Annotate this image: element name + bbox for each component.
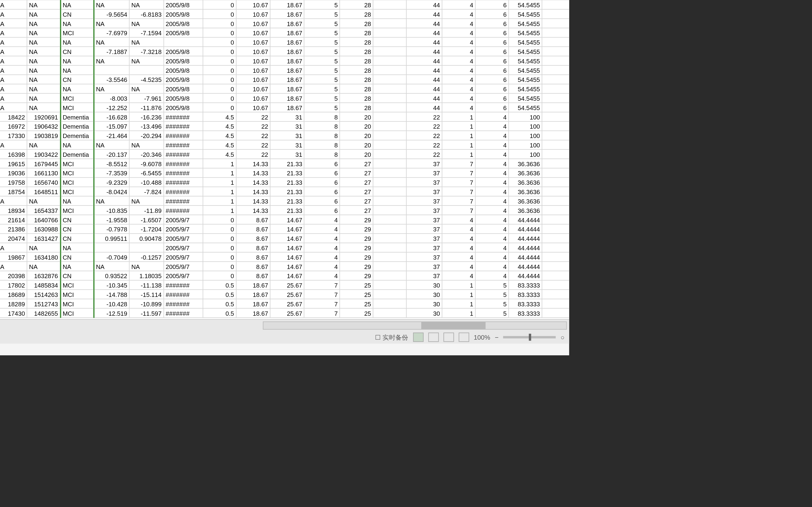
- data-cell[interactable]: 37: [406, 187, 442, 196]
- data-cell[interactable]: 0: [203, 94, 236, 103]
- data-cell[interactable]: [373, 150, 406, 159]
- data-cell[interactable]: 54.5455: [509, 103, 542, 112]
- data-cell[interactable]: 37: [406, 159, 442, 168]
- data-cell[interactable]: [94, 243, 130, 252]
- data-cell[interactable]: 12: [542, 252, 569, 262]
- data-cell[interactable]: 14.33: [236, 206, 270, 215]
- data-cell[interactable]: #######: [163, 112, 203, 122]
- data-cell[interactable]: 2005/9/8: [163, 65, 203, 75]
- data-cell[interactable]: -20.137: [94, 150, 130, 159]
- data-cell[interactable]: [373, 28, 406, 37]
- data-cell[interactable]: 25.67: [270, 308, 304, 318]
- data-cell[interactable]: 4: [442, 262, 475, 271]
- data-cell[interactable]: 44: [406, 65, 442, 75]
- data-cell[interactable]: 4: [475, 206, 509, 215]
- data-cell[interactable]: NA: [94, 0, 130, 9]
- data-cell[interactable]: 22: [236, 131, 270, 140]
- data-cell[interactable]: 54.5455: [509, 84, 542, 94]
- data-cell[interactable]: 18934: [0, 206, 27, 215]
- data-cell[interactable]: 14.67: [270, 233, 304, 243]
- data-cell[interactable]: -10.345: [94, 280, 130, 290]
- data-cell[interactable]: MCI: [60, 308, 94, 318]
- data-cell[interactable]: 29: [340, 215, 373, 224]
- data-cell[interactable]: 100: [509, 140, 542, 150]
- data-cell[interactable]: 18.67: [270, 84, 304, 94]
- data-cell[interactable]: 10.67: [236, 103, 270, 112]
- data-cell[interactable]: NA: [60, 84, 94, 94]
- data-cell[interactable]: NA: [129, 18, 163, 28]
- data-cell[interactable]: 1: [203, 159, 236, 168]
- data-cell[interactable]: 4: [542, 187, 569, 196]
- data-cell[interactable]: -15.097: [94, 121, 130, 131]
- data-cell[interactable]: -7.6979: [94, 28, 130, 37]
- data-cell[interactable]: 4: [442, 9, 475, 19]
- data-cell[interactable]: 44: [406, 9, 442, 19]
- data-cell[interactable]: 10: [542, 56, 569, 65]
- data-cell[interactable]: 12: [542, 271, 569, 280]
- data-cell[interactable]: 54.5455: [509, 18, 542, 28]
- data-cell[interactable]: 5: [304, 103, 340, 112]
- data-cell[interactable]: 4: [542, 177, 569, 187]
- data-cell[interactable]: 5: [475, 280, 509, 290]
- data-cell[interactable]: [373, 299, 406, 308]
- data-cell[interactable]: 10.67: [236, 94, 270, 103]
- data-cell[interactable]: 6: [475, 18, 509, 28]
- data-cell[interactable]: 30: [406, 299, 442, 308]
- data-cell[interactable]: 4: [304, 262, 340, 271]
- data-cell[interactable]: -11.876: [129, 103, 163, 112]
- data-cell[interactable]: 4: [475, 177, 509, 187]
- data-cell[interactable]: 6: [304, 177, 340, 187]
- data-cell[interactable]: 25.67: [270, 280, 304, 290]
- data-cell[interactable]: 1: [203, 187, 236, 196]
- data-cell[interactable]: 4: [304, 233, 340, 243]
- data-cell[interactable]: 4: [542, 196, 569, 206]
- data-cell[interactable]: 4: [475, 271, 509, 280]
- data-cell[interactable]: 6: [475, 75, 509, 84]
- data-cell[interactable]: 6: [304, 159, 340, 168]
- data-cell[interactable]: 20474: [0, 233, 27, 243]
- data-cell[interactable]: 2005/9/8: [163, 28, 203, 37]
- data-cell[interactable]: 5: [304, 9, 340, 19]
- data-cell[interactable]: 21.33: [270, 196, 304, 206]
- data-cell[interactable]: 2005/9/8: [163, 75, 203, 84]
- data-cell[interactable]: 44: [406, 103, 442, 112]
- data-cell[interactable]: [373, 252, 406, 262]
- data-cell[interactable]: -11.597: [129, 308, 163, 318]
- data-cell[interactable]: 36.3636: [509, 177, 542, 187]
- data-cell[interactable]: 25: [340, 290, 373, 299]
- data-cell[interactable]: 19867: [0, 252, 27, 262]
- data-cell[interactable]: 5: [304, 37, 340, 47]
- data-cell[interactable]: 3: [542, 308, 569, 318]
- data-cell[interactable]: NA: [27, 94, 60, 103]
- data-cell[interactable]: 10.67: [236, 65, 270, 75]
- data-cell[interactable]: NA: [94, 140, 130, 150]
- data-cell[interactable]: 1: [442, 112, 475, 122]
- data-cell[interactable]: 44: [406, 75, 442, 84]
- data-cell[interactable]: 83.3333: [509, 308, 542, 318]
- data-cell[interactable]: 44.4444: [509, 224, 542, 233]
- data-cell[interactable]: 30: [406, 290, 442, 299]
- data-cell[interactable]: 36.3636: [509, 206, 542, 215]
- data-cell[interactable]: 18.67: [270, 103, 304, 112]
- data-cell[interactable]: 4: [475, 224, 509, 233]
- data-cell[interactable]: 21.33: [270, 177, 304, 187]
- spreadsheet-grid[interactable]: BABBBCBDBEBFBGBHBIBJBKBLBMBNBOBPBQBRBSBT…: [0, 0, 569, 318]
- data-cell[interactable]: 6: [304, 196, 340, 206]
- data-cell[interactable]: 0: [203, 65, 236, 75]
- data-cell[interactable]: [373, 196, 406, 206]
- data-cell[interactable]: 14.67: [270, 224, 304, 233]
- data-cell[interactable]: 7: [304, 299, 340, 308]
- data-cell[interactable]: 18.67: [236, 308, 270, 318]
- data-cell[interactable]: [373, 103, 406, 112]
- data-cell[interactable]: NA: [0, 84, 27, 94]
- data-cell[interactable]: [373, 168, 406, 177]
- data-cell[interactable]: 2005/9/7: [163, 233, 203, 243]
- data-cell[interactable]: NA: [0, 103, 27, 112]
- data-cell[interactable]: 18.67: [270, 65, 304, 75]
- data-cell[interactable]: NA: [27, 84, 60, 94]
- data-cell[interactable]: -1.9558: [94, 215, 130, 224]
- data-cell[interactable]: -1.6507: [129, 215, 163, 224]
- data-cell[interactable]: 37: [406, 196, 442, 206]
- data-cell[interactable]: 7: [442, 168, 475, 177]
- data-cell[interactable]: 10: [542, 28, 569, 37]
